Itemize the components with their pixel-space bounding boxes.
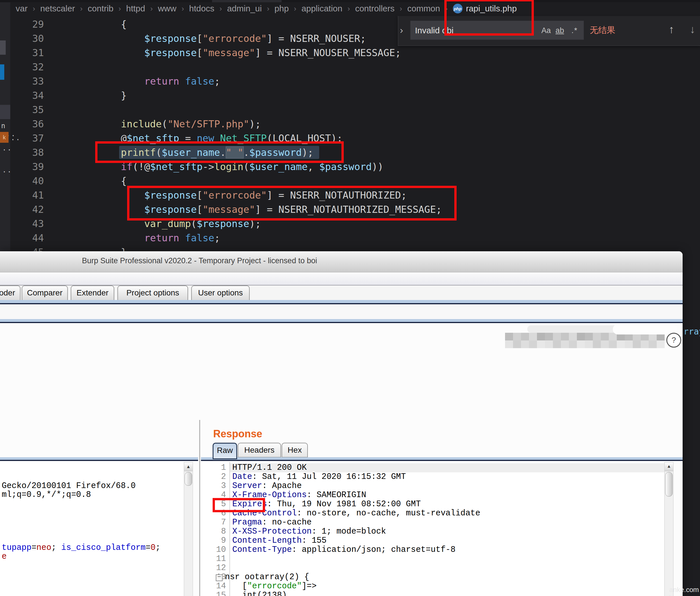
- burp-window-title: Burp Suite Professional v2020.2 - Tempor…: [0, 256, 399, 265]
- whole-word-icon[interactable]: ab: [553, 25, 566, 36]
- text-token: array(2) {: [260, 572, 309, 582]
- code-line: return false;: [54, 74, 220, 88]
- text-token: Server: [232, 481, 262, 491]
- response-heading: Response: [213, 428, 262, 440]
- text-token: "errorcode": [203, 33, 267, 44]
- text-token: Date: [232, 472, 252, 482]
- scroll-up-arrow-icon[interactable]: ▲: [184, 462, 193, 471]
- text-token: HTTP/1.1 200 OK: [232, 463, 307, 472]
- breadcrumb-file-item[interactable]: php rapi_utils.php: [453, 4, 517, 14]
- text-token: ml;q=0.9,*/*;q=0.8: [2, 490, 91, 499]
- response-viewer[interactable]: 1HTTP/1.1 200 OK2Date: Sat, 11 Jul 2020 …: [201, 462, 674, 596]
- text-token: 0: [150, 543, 155, 552]
- censored-pixelated-text: [505, 340, 665, 348]
- response-line: Content-Length: 155: [232, 536, 327, 545]
- breadcrumb-item[interactable]: htdocs: [189, 4, 214, 14]
- text-token: ;: [156, 543, 160, 552]
- response-tabbar-underline: [201, 457, 683, 461]
- regex-icon[interactable]: .*: [568, 25, 581, 36]
- text-token: [: [232, 581, 247, 591]
- line-number: 39: [10, 159, 44, 174]
- text-token: )): [372, 161, 383, 172]
- breadcrumb-item[interactable]: netscaler: [40, 4, 75, 14]
- text-token: [179, 232, 185, 243]
- breadcrumb-item[interactable]: var: [16, 4, 28, 14]
- text-token: Gecko/20100101 Firefox/68.0: [2, 481, 136, 491]
- line-number: 36: [10, 117, 44, 131]
- explorer-item-fragment: [0, 105, 10, 119]
- burp-tab-oder[interactable]: oder: [0, 285, 21, 300]
- response-tab-headers[interactable]: Headers: [238, 443, 281, 458]
- breadcrumb-item[interactable]: www: [158, 4, 176, 14]
- burp-main-panel: ? Gecko/20100101 Firefox/68.0ml;q=0.9,*/…: [0, 323, 683, 596]
- burp-tab-project-options[interactable]: Project options: [118, 285, 188, 300]
- find-replace-toggle-chevron-icon[interactable]: ›: [400, 25, 403, 35]
- scrollbar-thumb[interactable]: [185, 472, 192, 486]
- burp-titlebar[interactable]: Burp Suite Professional v2020.2 - Tempor…: [0, 251, 683, 273]
- text-token: return: [144, 76, 179, 87]
- watermark-text: anke.com ): [669, 586, 700, 596]
- breadcrumb-item[interactable]: controllers: [355, 4, 395, 14]
- line-number: 43: [10, 216, 44, 231]
- text-token: "Net/SFTP.php": [168, 118, 249, 130]
- text-token: =: [146, 543, 150, 552]
- burp-tab-user-options[interactable]: User options: [191, 285, 250, 300]
- text-token: : SAMEORIGIN: [307, 490, 366, 500]
- annotation-box-printf: [95, 141, 344, 163]
- breadcrumb-separator-icon: ›: [80, 4, 83, 13]
- text-token: [179, 76, 185, 87]
- request-editor[interactable]: Gecko/20100101 Firefox/68.0ml;q=0.9,*/*;…: [0, 462, 184, 596]
- code-line: $response["errorcode"] = NSERR_NOUSER;: [54, 31, 366, 46]
- response-line: X-XSS-Protection: 1; mode=block: [232, 527, 386, 536]
- explorer-item-fragment: [0, 41, 6, 55]
- text-token: : 155: [302, 536, 327, 545]
- response-tab-hex[interactable]: Hex: [282, 443, 308, 458]
- burp-tab-extender[interactable]: Extender: [71, 285, 114, 300]
- text-token: false: [185, 232, 214, 243]
- code-line: [54, 103, 121, 117]
- breadcrumb-item[interactable]: application: [302, 4, 342, 14]
- line-number: 31: [10, 46, 44, 60]
- text-token: : Apache: [262, 481, 302, 491]
- response-scrollbar[interactable]: ▲: [665, 462, 674, 596]
- breadcrumb-item[interactable]: admin_ui: [227, 4, 262, 14]
- text-token: tupapp: [2, 543, 31, 552]
- burp-tab-comparer[interactable]: Comparer: [22, 285, 68, 300]
- request-scrollbar[interactable]: ▲: [184, 462, 193, 596]
- response-line: Pragma: no-cache: [232, 518, 311, 527]
- request-line: e: [2, 552, 6, 561]
- text-token: [: [197, 33, 202, 44]
- help-icon[interactable]: ?: [666, 333, 681, 347]
- breadcrumb-item[interactable]: php: [274, 4, 289, 14]
- response-line: int(2138): [232, 591, 287, 596]
- text-token: Pragma: [232, 518, 262, 527]
- match-case-icon[interactable]: Aa: [540, 25, 552, 36]
- response-tab-raw[interactable]: Raw: [212, 443, 237, 459]
- breadcrumb-item[interactable]: common: [407, 4, 440, 14]
- text-token: int(2138): [232, 591, 287, 596]
- scroll-up-arrow-icon[interactable]: ▲: [665, 462, 673, 471]
- breadcrumb-item[interactable]: httpd: [126, 4, 145, 14]
- text-token: : no-store, no-cache, must-revalidate: [297, 509, 480, 518]
- find-next-arrow-icon[interactable]: ↓: [690, 23, 695, 35]
- scrollbar-thumb[interactable]: [665, 472, 673, 497]
- line-number: 30: [10, 31, 44, 46]
- line-number: 38: [10, 145, 44, 159]
- line-number: 15: [201, 591, 226, 596]
- text-token: : application/json; charset=utf-8: [292, 545, 455, 554]
- breadcrumb: var›netscaler›contrib›httpd›www›htdocs›a…: [16, 2, 517, 15]
- text-token: : Thu, 19 Nov 1981 08:52:00 GMT: [267, 499, 421, 509]
- line-number: 41: [10, 188, 44, 202]
- breadcrumb-item[interactable]: contrib: [88, 4, 114, 14]
- find-result-count: 无结果: [590, 25, 615, 36]
- response-line: HTTP/1.1 200 OK: [232, 463, 307, 472]
- text-token: ;: [51, 543, 61, 552]
- text-token: : Sat, 11 Jul 2020 16:15:32 GMT: [252, 472, 406, 482]
- line-number: 8: [201, 527, 226, 536]
- text-token: "errorcode": [247, 581, 302, 591]
- find-previous-arrow-icon[interactable]: ↑: [669, 23, 674, 35]
- modified-file-icon: k: [0, 132, 8, 143]
- text-token: : no-cache: [262, 518, 311, 527]
- text-token: Content-Length: [232, 536, 302, 545]
- text-token: }: [121, 90, 127, 101]
